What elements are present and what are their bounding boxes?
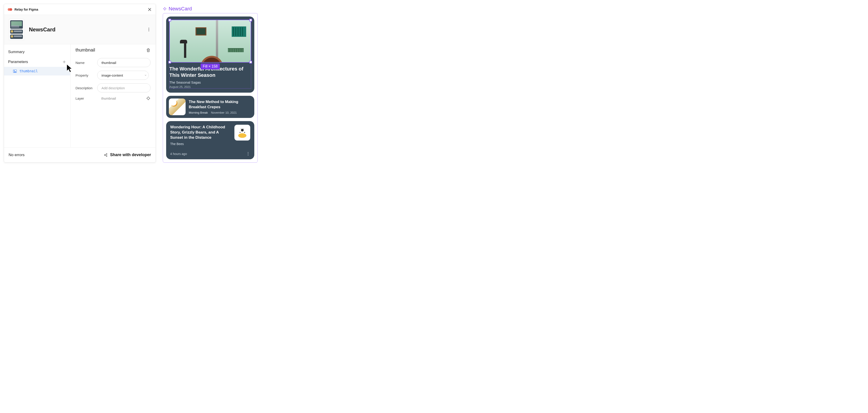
hero-title: The Wonderful Architectures of This Wint… bbox=[169, 66, 251, 78]
field-layer: Layer thumbnail bbox=[75, 96, 151, 100]
name-input[interactable] bbox=[97, 58, 151, 67]
description-label: Description bbox=[75, 86, 97, 90]
audio-meta: Morning Break November 10, 2021 bbox=[189, 111, 251, 114]
frame-label-row[interactable]: NewsCard bbox=[163, 6, 258, 12]
layer-value: thumbnail bbox=[97, 96, 145, 100]
hero-thumbnail[interactable] bbox=[169, 20, 251, 63]
field-name: Name bbox=[75, 58, 151, 67]
audio-title: The New Method to Making Breakfast Crepe… bbox=[189, 99, 251, 109]
audio-source: Morning Break bbox=[189, 111, 208, 114]
sidebar-summary[interactable]: Summary bbox=[4, 47, 70, 57]
share-icon bbox=[104, 153, 108, 157]
error-status: No errors bbox=[8, 153, 104, 157]
relay-logo-icon bbox=[8, 8, 13, 11]
sidebar: Summary Parameters thumbnail bbox=[4, 44, 70, 147]
close-icon[interactable] bbox=[147, 7, 152, 12]
field-description: Description bbox=[75, 83, 151, 92]
audio-thumbnail bbox=[169, 98, 186, 115]
overflow-card[interactable]: Wondering Hour: A Childhood Story, Grizz… bbox=[166, 121, 254, 159]
detail-pane: thumbnail Name Property bbox=[70, 44, 156, 147]
component-menu-button[interactable] bbox=[147, 27, 151, 32]
audio-date: November 10, 2021 bbox=[211, 111, 237, 114]
add-parameter-icon[interactable] bbox=[62, 60, 66, 64]
newscard-frame[interactable]: The Wonderful Architectures of This Wint… bbox=[163, 13, 258, 163]
component-thumbnail bbox=[8, 19, 24, 40]
share-button[interactable]: Share with developer bbox=[104, 153, 151, 157]
overflow-source: The Bees bbox=[170, 142, 231, 146]
field-property: Property bbox=[75, 71, 151, 80]
component-name: NewsCard bbox=[29, 26, 147, 33]
parameter-item-thumbnail[interactable]: thumbnail bbox=[4, 67, 70, 75]
detail-header: thumbnail bbox=[75, 47, 151, 53]
hero-source: The Seasonal Sagas bbox=[169, 81, 251, 84]
svg-point-6 bbox=[147, 97, 149, 99]
svg-line-15 bbox=[105, 155, 106, 156]
component-icon bbox=[163, 7, 167, 11]
figma-canvas: NewsCard The Wonderful Architectures of … bbox=[163, 6, 258, 163]
description-input[interactable] bbox=[97, 83, 151, 92]
layer-label: Layer bbox=[75, 96, 97, 100]
overflow-menu-button[interactable] bbox=[246, 152, 250, 156]
panel-header: Relay for Figma bbox=[4, 4, 156, 15]
hero-date: August 25, 2021 bbox=[169, 85, 251, 89]
panel-footer: No errors Share with developer bbox=[4, 147, 156, 162]
audio-card[interactable]: The New Method to Making Breakfast Crepe… bbox=[166, 96, 254, 118]
overflow-time: 4 hours ago bbox=[170, 152, 187, 156]
relay-panel: Relay for Figma NewsCard Summary Paramet… bbox=[4, 4, 156, 162]
property-label: Property bbox=[75, 73, 97, 77]
share-label: Share with developer bbox=[110, 153, 151, 157]
name-label: Name bbox=[75, 61, 97, 65]
sidebar-parameters-label: Parameters bbox=[8, 60, 28, 64]
image-icon bbox=[13, 70, 17, 73]
frame-label: NewsCard bbox=[168, 6, 192, 12]
overflow-thumbnail bbox=[235, 125, 250, 140]
sidebar-summary-label: Summary bbox=[8, 50, 25, 54]
property-select[interactable] bbox=[97, 71, 149, 80]
parameter-label: thumbnail bbox=[20, 69, 38, 73]
plugin-title: Relay for Figma bbox=[14, 8, 147, 11]
trash-icon[interactable] bbox=[146, 48, 151, 53]
target-icon[interactable] bbox=[146, 96, 151, 100]
detail-title: thumbnail bbox=[75, 47, 146, 53]
component-bar: NewsCard bbox=[4, 15, 156, 44]
svg-line-14 bbox=[105, 154, 106, 155]
overflow-title: Wondering Hour: A Childhood Story, Grizz… bbox=[170, 125, 231, 140]
hero-card[interactable]: The Wonderful Architectures of This Wint… bbox=[166, 17, 254, 93]
sidebar-parameters[interactable]: Parameters bbox=[4, 57, 70, 67]
panel-body: Summary Parameters thumbnail thumbnail bbox=[4, 44, 156, 147]
